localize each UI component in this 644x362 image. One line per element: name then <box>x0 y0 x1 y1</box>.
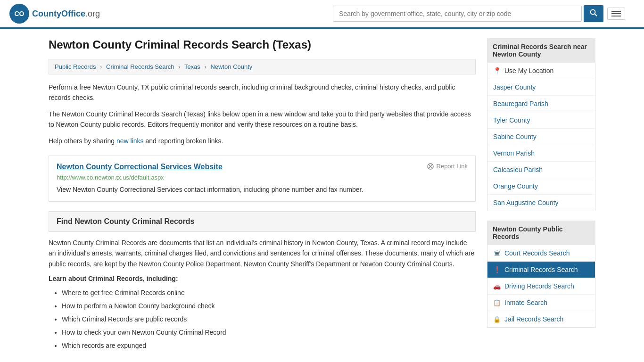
sidebar-item-vernon-parish[interactable]: Vernon Parish <box>487 145 595 162</box>
logo-icon: CO <box>9 4 29 24</box>
sidebar-item-tyler-county[interactable]: Tyler County <box>487 112 595 129</box>
breadcrumb: Public Records › Criminal Records Search… <box>49 59 476 74</box>
driving-icon <box>493 282 501 290</box>
breadcrumb-newton-county[interactable]: Newton County <box>210 63 252 70</box>
find-section-title: Find Newton County Criminal Records <box>57 217 468 226</box>
find-section-desc: Newton County Criminal Records are docum… <box>49 238 476 269</box>
breadcrumb-texas[interactable]: Texas <box>184 63 200 70</box>
sidebar-item-court-records[interactable]: Court Records Search <box>487 245 595 262</box>
list-item: Which records are expunged <box>62 339 476 352</box>
logo[interactable]: CO CountyOffice.org <box>9 4 100 24</box>
page-title: Newton County Criminal Records Search (T… <box>49 38 476 51</box>
sidebar-item-jail-records[interactable]: Jail Records Search <box>487 311 595 327</box>
sidebar-item-calcasieu-parish[interactable]: Calcasieu Parish <box>487 162 595 178</box>
list-item: Where to get free Criminal Records onlin… <box>62 286 476 299</box>
find-section-header: Find Newton County Criminal Records <box>49 211 476 232</box>
list-item: How to check your own Newton County Crim… <box>62 326 476 339</box>
sidebar-item-inmate-search[interactable]: Inmate Search <box>487 295 595 311</box>
sidebar: Criminal Records Search near Newton Coun… <box>487 38 595 352</box>
criminal-icon: ❗ <box>493 266 501 273</box>
link-card-url[interactable]: http://www.co.newton.tx.us/default.aspx <box>57 174 468 181</box>
svg-text:CO: CO <box>15 10 25 17</box>
learn-heading: Learn about Criminal Records, including: <box>49 275 476 282</box>
new-links-link[interactable]: new links <box>116 137 144 145</box>
search-input[interactable] <box>333 6 582 22</box>
description-para3: Help others by sharing new links and rep… <box>49 136 476 146</box>
sidebar-item-orange-county[interactable]: Orange County <box>487 178 595 195</box>
sidebar-item-use-location[interactable]: 📍 Use My Location <box>487 63 595 79</box>
jail-icon <box>493 315 501 323</box>
logo-text: CountyOffice.org <box>32 9 100 19</box>
learn-list: Where to get free Criminal Records onlin… <box>49 286 476 352</box>
svg-point-2 <box>591 10 595 15</box>
list-item: Which Criminal Records are public record… <box>62 313 476 326</box>
court-icon <box>493 249 501 257</box>
sidebar-item-jasper-county[interactable]: Jasper County <box>487 79 595 96</box>
list-item: How to perform a Newton County backgroun… <box>62 299 476 313</box>
sidebar-public-records-list: Court Records Search ❗ Criminal Records … <box>487 245 595 328</box>
sidebar-nearby-list: 📍 Use My Location Jasper County Beaurega… <box>487 63 595 211</box>
menu-button[interactable] <box>607 8 625 20</box>
search-button[interactable] <box>584 5 603 22</box>
link-card-desc: View Newton County Correctional Services… <box>57 185 468 195</box>
breadcrumb-public-records[interactable]: Public Records <box>55 63 96 70</box>
svg-line-3 <box>595 14 597 16</box>
sidebar-public-records-heading: Newton County Public Records <box>487 221 595 245</box>
report-link-button[interactable]: Report Link <box>427 163 468 170</box>
sidebar-item-criminal-records[interactable]: ❗ Criminal Records Search <box>487 262 595 278</box>
link-card: Newton County Correctional Services Webs… <box>49 156 476 202</box>
inmate-icon <box>493 299 501 306</box>
breadcrumb-criminal-records-search[interactable]: Criminal Records Search <box>106 63 174 70</box>
link-card-title[interactable]: Newton County Correctional Services Webs… <box>57 163 223 171</box>
sidebar-item-sabine-county[interactable]: Sabine County <box>487 129 595 145</box>
sidebar-item-beauregard-parish[interactable]: Beauregard Parish <box>487 96 595 112</box>
sidebar-nearby-heading: Criminal Records Search near Newton Coun… <box>487 38 595 63</box>
sidebar-item-driving-records[interactable]: Driving Records Search <box>487 278 595 295</box>
sidebar-item-san-augustine-county[interactable]: San Augustine County <box>487 195 595 211</box>
pin-icon: 📍 <box>493 67 501 74</box>
description-para2: The Newton County Criminal Records Searc… <box>49 109 476 130</box>
description-para1: Perform a free Newton County, TX public … <box>49 82 476 103</box>
